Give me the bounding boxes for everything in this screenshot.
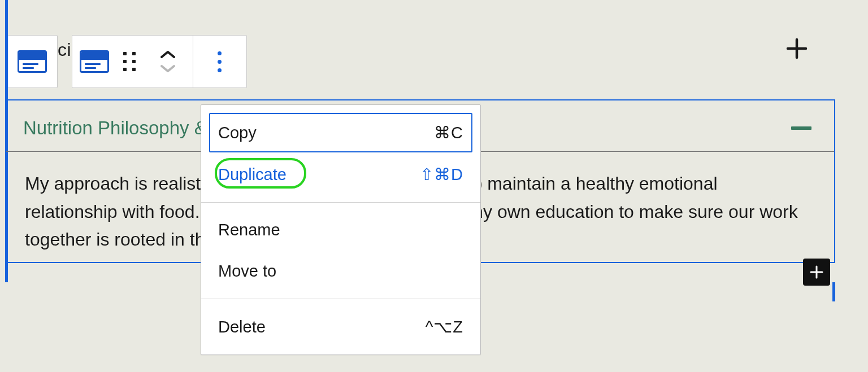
plus-icon bbox=[809, 264, 824, 280]
move-down-button[interactable] bbox=[159, 64, 176, 72]
context-menu-group-1: Copy ⌘C Duplicate ⇧⌘D bbox=[201, 105, 480, 203]
menu-item-shortcut: ⇧⌘D bbox=[420, 165, 463, 184]
menu-item-duplicate[interactable]: Duplicate ⇧⌘D bbox=[209, 155, 472, 194]
block-context-menu: Copy ⌘C Duplicate ⇧⌘D Rename Move to Del… bbox=[201, 104, 481, 355]
context-menu-group-2: Rename Move to bbox=[201, 203, 480, 299]
inline-add-button[interactable] bbox=[803, 259, 830, 286]
menu-item-shortcut: ^⌥Z bbox=[426, 317, 463, 336]
menu-item-label: Duplicate bbox=[218, 165, 287, 184]
reorder-controls bbox=[143, 36, 192, 87]
block-type-button[interactable] bbox=[7, 35, 58, 88]
chevron-up-icon bbox=[159, 50, 176, 59]
card-block-icon bbox=[18, 50, 47, 73]
drag-handle-icon bbox=[123, 52, 136, 71]
selection-right-edge bbox=[832, 282, 835, 301]
menu-item-delete[interactable]: Delete ^⌥Z bbox=[209, 307, 472, 347]
menu-item-label: Move to bbox=[218, 262, 276, 281]
move-up-button[interactable] bbox=[159, 51, 176, 59]
menu-item-label: Rename bbox=[218, 221, 280, 239]
more-options-button[interactable] bbox=[193, 36, 246, 87]
add-block-button[interactable] bbox=[782, 34, 811, 63]
card-block-icon bbox=[80, 50, 109, 73]
menu-item-copy[interactable]: Copy ⌘C bbox=[209, 113, 472, 152]
kebab-icon bbox=[218, 51, 222, 72]
menu-item-label: Delete bbox=[218, 318, 266, 336]
menu-item-move-to[interactable]: Move to bbox=[209, 252, 472, 291]
menu-item-rename[interactable]: Rename bbox=[209, 211, 472, 250]
drag-handle[interactable] bbox=[116, 36, 144, 87]
plus-icon bbox=[785, 37, 808, 60]
chevron-down-icon bbox=[159, 64, 176, 73]
block-type-button-2[interactable] bbox=[72, 36, 116, 87]
minus-icon[interactable] bbox=[791, 126, 811, 130]
menu-item-label: Copy bbox=[218, 124, 257, 142]
block-toolbar bbox=[72, 35, 247, 88]
obscured-title-fragment: ci bbox=[58, 40, 71, 60]
menu-item-shortcut: ⌘C bbox=[434, 123, 463, 142]
context-menu-group-3: Delete ^⌥Z bbox=[201, 299, 480, 355]
